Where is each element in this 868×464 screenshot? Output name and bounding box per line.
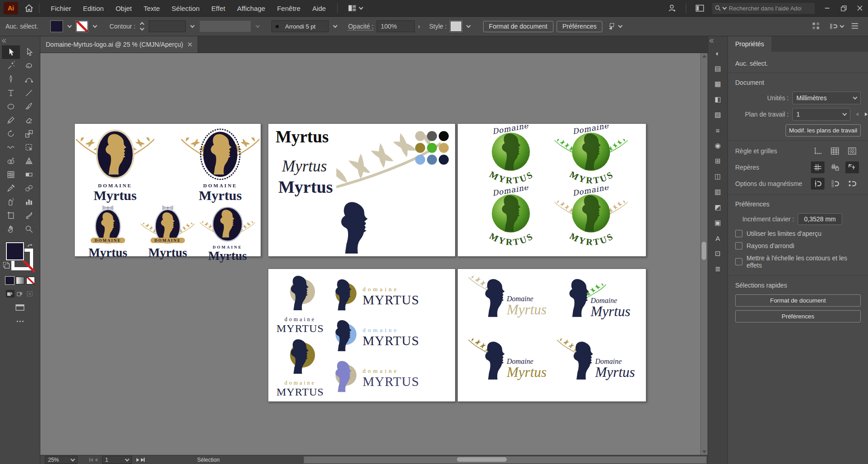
logo-side-olive[interactable]: domaine MYRTUS (326, 277, 419, 315)
logo-cameo-dotted[interactable]: DOMAINE Myrtus (176, 128, 265, 202)
fill-indicator[interactable] (6, 242, 24, 260)
stroke-weight-value[interactable] (149, 20, 186, 32)
eyedropper-tool[interactable] (2, 181, 20, 195)
snap-to-pixel-icon[interactable] (845, 178, 859, 190)
stroke-weight-chevron-icon[interactable] (189, 21, 196, 31)
logo-green-wreath[interactable]: Domaine MYRTUS (551, 125, 631, 188)
selection-tool[interactable] (2, 45, 20, 59)
line-segment-tool[interactable] (20, 86, 38, 100)
default-fill-stroke-icon[interactable] (3, 262, 10, 269)
logo-cameo-bow[interactable]: DOMAINE Myrtus (80, 205, 136, 262)
stroke-color-chevron-icon[interactable] (91, 21, 98, 31)
snap-to-grid-icon[interactable] (828, 178, 842, 190)
logo-italic-navy[interactable]: Domaine Myrtus (555, 336, 646, 397)
corner-radius-checkbox[interactable] (735, 242, 742, 249)
logo-green-gold-wreath[interactable]: Domaine MYRTUS (551, 186, 631, 250)
logo-stacked-olive[interactable]: domaine MYRTUS (276, 337, 324, 398)
app-icon[interactable]: Ai (4, 2, 18, 15)
logo-green-plain[interactable]: Domaine MYRTUS (470, 125, 551, 188)
previous-artboard-button[interactable] (95, 458, 97, 462)
scale-tool[interactable] (20, 127, 38, 141)
edit-artboards-button[interactable]: Modif. les plans de travail (786, 124, 861, 137)
paintbrush-tool[interactable] (20, 100, 38, 113)
artboard-2[interactable]: Myrtus Myrtus Myrtus (268, 123, 456, 257)
artboard-select[interactable]: 1 (792, 108, 850, 121)
lasso-tool[interactable] (20, 59, 38, 73)
gradient-panel-icon[interactable]: ◧ (711, 93, 725, 106)
menu-effet[interactable]: Effet (205, 5, 231, 12)
type-sample-navy[interactable]: Myrtus (278, 178, 333, 195)
color-button[interactable] (5, 277, 14, 284)
graphic-style-swatch[interactable] (450, 21, 462, 32)
preview-bounds-checkbox[interactable] (735, 230, 742, 237)
ellipse-tool[interactable] (2, 100, 20, 113)
logo-italic-beige[interactable]: Domaine Myrtus (467, 274, 558, 335)
logo-cameo-round[interactable]: DOMAINE Myrtus (200, 205, 255, 262)
vertical-scrollbar[interactable] (700, 53, 708, 455)
restore-button[interactable] (835, 0, 852, 16)
menu-selection[interactable]: Sélection (166, 5, 206, 12)
swatches-panel-icon[interactable]: ▤ (711, 62, 725, 75)
width-tool[interactable] (2, 141, 20, 154)
brush-chevron-icon[interactable] (332, 21, 339, 31)
menu-fenetre[interactable]: Fenêtre (271, 5, 306, 12)
snap-to-point-icon[interactable] (811, 178, 824, 190)
logo-side-blue[interactable]: domaine MYRTUS (326, 318, 419, 356)
artboard-5[interactable]: Domaine Myrtus Domaine Myrtus (457, 269, 646, 402)
logo-side-purple[interactable]: domaine MYRTUS (326, 359, 419, 397)
document-setup-button[interactable]: Format de document (483, 21, 553, 32)
artboard-3[interactable]: Domaine MYRTUS Domaine (457, 123, 646, 257)
fill-color-swatch[interactable] (51, 21, 63, 32)
head-illustration[interactable] (333, 199, 377, 254)
preferences-button[interactable]: Préférences (557, 21, 602, 32)
home-icon[interactable] (24, 4, 34, 12)
opacity-panel-arrow-icon[interactable]: › (418, 23, 420, 30)
logo-italic-olive[interactable]: Domaine Myrtus (467, 336, 558, 397)
type-tool[interactable] (2, 86, 20, 100)
horizontal-scroll-thumb[interactable] (457, 457, 507, 462)
appearance-panel-icon[interactable]: ⊞ (711, 155, 725, 167)
curvature-tool[interactable] (20, 73, 38, 86)
expand-panels-chevron-icon[interactable] (707, 36, 728, 45)
eraser-tool[interactable] (20, 113, 38, 127)
color-palette[interactable] (415, 131, 449, 165)
logo-italic-green[interactable]: Domaine Myrtus (555, 274, 646, 335)
pasteboard[interactable]: DOMAINE Myrtus DOMAINE (40, 53, 708, 455)
artboard-number-select[interactable]: 1 (102, 456, 132, 464)
draw-behind-icon[interactable] (16, 290, 24, 298)
close-button[interactable] (852, 0, 868, 16)
workspace-switcher-icon[interactable] (348, 4, 363, 12)
libraries-panel-icon[interactable]: ▣ (711, 216, 725, 229)
scroll-down-icon[interactable] (702, 450, 707, 453)
character-panel-icon[interactable]: A (711, 232, 725, 244)
layers-panel-icon[interactable]: ▥ (711, 186, 725, 198)
asset-export-panel-icon[interactable]: ◩ (711, 201, 725, 214)
tab-close-icon[interactable] (188, 41, 192, 48)
lock-guides-icon[interactable] (828, 161, 842, 173)
units-select[interactable]: Millimètres (792, 92, 861, 104)
show-guides-icon[interactable] (811, 161, 824, 173)
stroke-weight-stepper[interactable] (139, 21, 145, 32)
none-button[interactable] (26, 277, 35, 284)
fill-color-chevron-icon[interactable] (66, 21, 73, 31)
artboard-4[interactable]: domaine MYRTUS domaine MYRTUS domaine MY… (268, 269, 456, 402)
direct-selection-tool[interactable] (20, 45, 38, 59)
minimize-button[interactable] (819, 0, 835, 16)
color-panel-icon[interactable]: ◐ (711, 47, 725, 59)
isolate-mode-icon[interactable] (607, 22, 622, 30)
artboard-1[interactable]: DOMAINE Myrtus DOMAINE (74, 123, 261, 257)
document-tab[interactable]: Domaine-Myrtus-logo.ai @ 25 % (CMJN/Aper… (40, 36, 198, 53)
logo-cameo-bow-laurel[interactable]: DOMAINE Myrtus (140, 205, 195, 262)
gradient-tool[interactable] (20, 168, 38, 181)
first-artboard-button[interactable] (89, 457, 93, 463)
opacity-value[interactable]: 100% (377, 20, 415, 32)
blend-tool[interactable] (20, 181, 38, 195)
style-chevron-icon[interactable] (465, 21, 472, 31)
graph-tool[interactable] (20, 195, 38, 209)
edit-toolbar-icon[interactable] (17, 321, 24, 322)
menu-edition[interactable]: Edition (77, 5, 110, 12)
menu-texte[interactable]: Texte (138, 5, 166, 12)
next-artboard-button[interactable] (136, 458, 139, 462)
stroke-color-swatch[interactable] (76, 21, 88, 32)
brush-definition[interactable]: Arrondi 5 pt (272, 20, 329, 32)
